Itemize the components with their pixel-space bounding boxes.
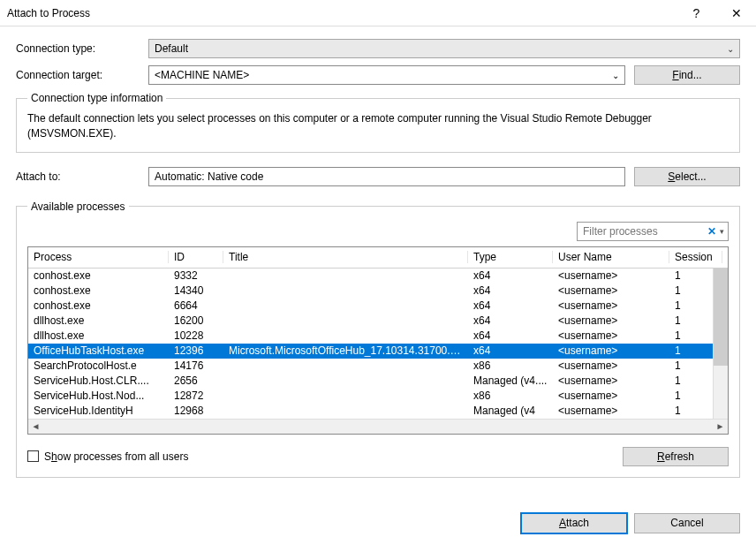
- dialog-footer: Attach Cancel: [0, 504, 756, 537]
- cell-process: conhost.exe: [28, 284, 169, 297]
- cell-process: dllhost.exe: [28, 329, 169, 342]
- clear-filter-icon[interactable]: ✕: [704, 225, 720, 238]
- attach-to-field: Automatic: Native code: [148, 167, 625, 186]
- cell-title: Microsoft.MicrosoftOfficeHub_17.10314.31…: [223, 344, 468, 357]
- cell-type: x64: [468, 299, 553, 312]
- cell-process: conhost.exe: [28, 269, 169, 282]
- connection-target-input[interactable]: <MACHINE NAME> ⌄: [148, 65, 625, 85]
- cell-type: x86: [468, 359, 553, 372]
- cell-user: <username>: [553, 359, 669, 372]
- col-user[interactable]: User Name: [553, 251, 669, 263]
- cell-id: 2656: [169, 374, 223, 387]
- table-row[interactable]: dllhost.exe10228x64<username>1: [28, 329, 728, 344]
- available-processes-legend: Available processes: [27, 200, 129, 213]
- connection-target-value: <MACHINE NAME>: [155, 69, 249, 81]
- process-table: Process ID Title Type User Name Session …: [27, 246, 729, 435]
- cell-id: 14176: [169, 359, 223, 372]
- col-id[interactable]: ID: [169, 251, 223, 263]
- cell-id: 12968: [169, 405, 223, 417]
- cell-process: dllhost.exe: [28, 314, 169, 327]
- cell-id: 16200: [169, 314, 223, 327]
- filter-dropdown-icon[interactable]: ▾: [720, 227, 724, 236]
- cell-type: x64: [468, 284, 553, 297]
- table-row[interactable]: ServiceHub.Host.Nod...12872x86<username>…: [28, 389, 728, 404]
- refresh-button[interactable]: Refresh: [623, 447, 729, 466]
- connection-type-value: Default: [155, 42, 188, 55]
- cell-id: 14340: [169, 284, 223, 297]
- attach-button[interactable]: Attach: [521, 513, 627, 533]
- cell-user: <username>: [553, 314, 669, 327]
- connection-type-label: Connection type:: [16, 42, 140, 55]
- col-process[interactable]: Process: [28, 251, 169, 263]
- scroll-left-icon[interactable]: ◄: [28, 421, 43, 431]
- find-button[interactable]: Find...: [634, 65, 740, 85]
- titlebar: Attach to Process ? ✕: [0, 0, 756, 26]
- connection-target-label: Connection target:: [16, 69, 140, 81]
- table-row[interactable]: ServiceHub.IdentityH12968Managed (v4<use…: [28, 404, 728, 419]
- cell-type: x64: [468, 329, 553, 342]
- cell-process: conhost.exe: [28, 299, 169, 312]
- available-processes-fieldset: Available processes Filter processes ✕ ▾…: [16, 200, 740, 478]
- cell-id: 12872: [169, 390, 223, 402]
- cell-id: 9332: [169, 269, 223, 282]
- chevron-down-icon: ⌄: [727, 44, 734, 54]
- filter-placeholder: Filter processes: [583, 225, 658, 238]
- filter-input[interactable]: Filter processes ✕ ▾: [577, 222, 729, 241]
- cell-type: x64: [468, 344, 553, 357]
- cell-user: <username>: [553, 329, 669, 342]
- table-row[interactable]: dllhost.exe16200x64<username>1: [28, 314, 728, 329]
- cell-user: <username>: [553, 269, 669, 282]
- scroll-right-icon[interactable]: ►: [713, 421, 728, 431]
- table-row[interactable]: conhost.exe9332x64<username>1: [28, 268, 728, 284]
- cell-id: 6664: [169, 299, 223, 312]
- horizontal-scrollbar[interactable]: ◄ ►: [28, 419, 728, 434]
- cell-process: ServiceHub.Host.CLR....: [28, 374, 169, 387]
- chevron-down-icon: ⌄: [612, 71, 619, 80]
- table-header: Process ID Title Type User Name Session: [28, 247, 728, 268]
- cell-user: <username>: [553, 344, 669, 357]
- connection-info-fieldset: Connection type information The default …: [16, 92, 740, 153]
- cell-user: <username>: [553, 284, 669, 297]
- connection-info-text: The default connection lets you select p…: [27, 111, 729, 141]
- table-row[interactable]: OfficeHubTaskHost.exe12396Microsoft.Micr…: [28, 344, 728, 359]
- table-row[interactable]: SearchProtocolHost.e14176x86<username>1: [28, 359, 728, 374]
- table-row[interactable]: conhost.exe14340x64<username>1: [28, 284, 728, 299]
- cell-process: SearchProtocolHost.e: [28, 359, 169, 372]
- col-session[interactable]: Session: [669, 251, 722, 263]
- show-all-users-label: Show processes from all users: [44, 450, 188, 463]
- select-button[interactable]: Select...: [634, 167, 740, 186]
- cell-type: Managed (v4: [468, 405, 553, 417]
- connection-info-legend: Connection type information: [27, 92, 166, 104]
- table-row[interactable]: conhost.exe6664x64<username>1: [28, 299, 728, 314]
- cell-type: Managed (v4....: [468, 374, 553, 387]
- cell-type: x86: [468, 390, 553, 402]
- cell-type: x64: [468, 269, 553, 282]
- cell-user: <username>: [553, 405, 669, 417]
- cell-process: ServiceHub.Host.Nod...: [28, 390, 169, 402]
- cell-user: <username>: [553, 374, 669, 387]
- table-row[interactable]: ServiceHub.Host.CLR....2656Managed (v4..…: [28, 374, 728, 389]
- cell-id: 12396: [169, 344, 223, 357]
- connection-type-select[interactable]: Default ⌄: [148, 39, 740, 58]
- cell-process: OfficeHubTaskHost.exe: [28, 344, 169, 357]
- cell-id: 10228: [169, 329, 223, 342]
- attach-to-value: Automatic: Native code: [155, 170, 263, 183]
- cell-process: ServiceHub.IdentityH: [28, 405, 169, 417]
- close-button[interactable]: ✕: [716, 0, 756, 26]
- col-type[interactable]: Type: [468, 251, 553, 263]
- table-body: conhost.exe9332x64<username>1conhost.exe…: [28, 268, 728, 419]
- cancel-button[interactable]: Cancel: [634, 513, 740, 533]
- vertical-scrollbar[interactable]: [713, 268, 728, 419]
- help-button[interactable]: ?: [677, 0, 716, 26]
- scrollbar-thumb[interactable]: [714, 268, 728, 366]
- cell-user: <username>: [553, 390, 669, 402]
- cell-type: x64: [468, 314, 553, 327]
- attach-to-label: Attach to:: [16, 170, 140, 183]
- cell-user: <username>: [553, 299, 669, 312]
- col-title[interactable]: Title: [223, 251, 468, 263]
- dialog-title: Attach to Process: [0, 7, 677, 19]
- show-all-users-checkbox[interactable]: [27, 450, 39, 462]
